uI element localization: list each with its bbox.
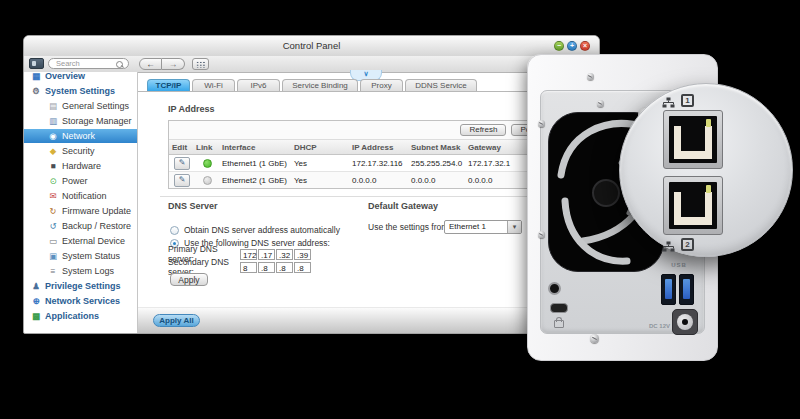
reset-button-hole <box>548 282 561 295</box>
lan-icon <box>662 95 675 107</box>
port-led <box>706 119 711 127</box>
ethernet-port-2 <box>663 176 723 235</box>
ethernet-port-1 <box>663 110 723 169</box>
screw-icon <box>597 100 604 107</box>
dc-power-jack <box>672 309 698 335</box>
port-1-badge: 1 <box>681 94 694 107</box>
usb-port <box>661 274 676 305</box>
screw-icon <box>590 334 599 343</box>
screw-icon <box>538 231 545 238</box>
nas-device-photo: USB DC 12V 1 <box>0 0 800 419</box>
rj45-cavity <box>669 116 717 163</box>
port-2-badge: 2 <box>681 238 694 251</box>
screw-icon <box>587 73 594 80</box>
rj45-cavity <box>669 182 717 229</box>
screw-icon <box>538 120 545 127</box>
lock-icon <box>554 320 564 328</box>
usb-port <box>679 274 694 305</box>
kensington-lock-slot <box>550 303 568 313</box>
marketing-canvas: Control Panel − + × Search ← → ▦Overview… <box>0 0 800 419</box>
rj45-insert <box>674 192 712 225</box>
lan-icon <box>662 239 675 251</box>
dc-label: DC 12V <box>640 323 670 329</box>
usb-label: USB <box>662 262 696 268</box>
port-led <box>706 185 711 193</box>
rj45-insert <box>674 126 712 159</box>
